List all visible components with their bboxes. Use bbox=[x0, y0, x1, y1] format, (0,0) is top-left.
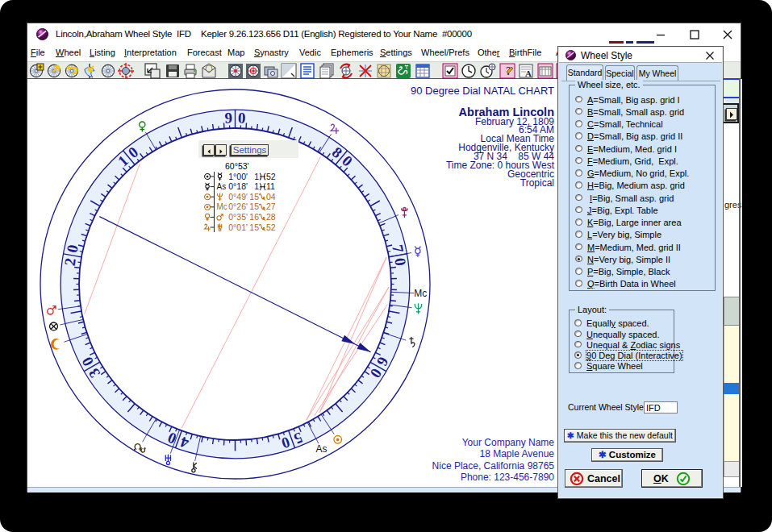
svg-text:0°49': 0°49' bbox=[228, 192, 248, 202]
svg-text:1: 1 bbox=[254, 181, 259, 191]
svg-text:15: 15 bbox=[249, 222, 259, 232]
svg-text:15: 15 bbox=[249, 202, 259, 211]
svg-text:1: 1 bbox=[254, 172, 259, 181]
svg-text:Mc: Mc bbox=[414, 288, 427, 299]
svg-text:0: 0 bbox=[238, 109, 246, 126]
svg-text:04: 04 bbox=[266, 192, 276, 202]
svg-text:28: 28 bbox=[266, 212, 276, 222]
svg-text:15: 15 bbox=[249, 192, 259, 202]
svg-text:11: 11 bbox=[266, 181, 275, 191]
svg-text:9: 9 bbox=[224, 109, 232, 126]
svg-text:As: As bbox=[217, 182, 227, 191]
svg-text:52: 52 bbox=[266, 172, 276, 181]
svg-text:Mc: Mc bbox=[217, 202, 227, 211]
svg-text:0°01': 0°01' bbox=[228, 222, 248, 232]
svg-text:0°18': 0°18' bbox=[228, 181, 248, 191]
svg-text:27: 27 bbox=[266, 202, 276, 211]
svg-text:52: 52 bbox=[266, 222, 276, 232]
svg-text:16: 16 bbox=[249, 212, 259, 222]
svg-text:0°35': 0°35' bbox=[228, 212, 248, 222]
svg-text:0°26': 0°26' bbox=[228, 202, 248, 211]
svg-text:1°00': 1°00' bbox=[228, 172, 248, 181]
svg-text:A: A bbox=[525, 69, 532, 78]
